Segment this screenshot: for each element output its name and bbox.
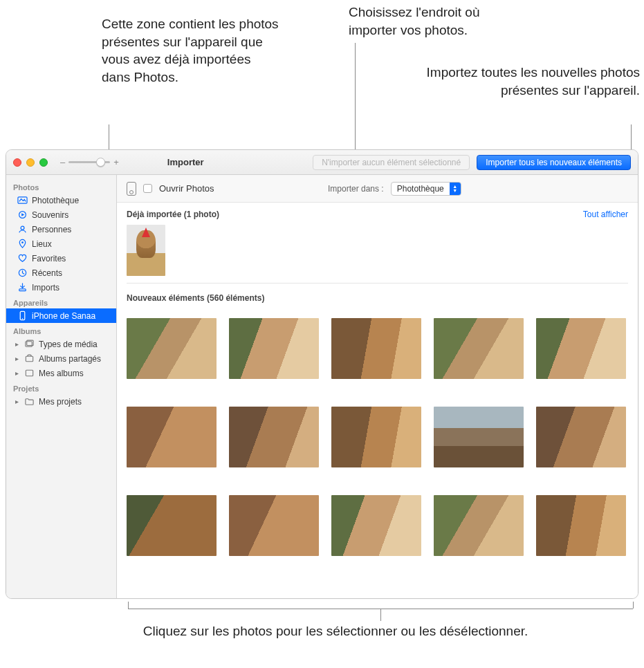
callout-import-all-new: Importez toutes les nouvelles photos pré… (398, 64, 640, 99)
disclosure-icon[interactable]: ▸ (13, 355, 20, 362)
sidebar-item-library[interactable]: Photothèque (6, 193, 116, 207)
shared-album-icon (24, 353, 35, 364)
select-value: Photothèque (392, 184, 450, 194)
photo-thumbnail[interactable] (127, 318, 217, 379)
import-to-label: Importer dans : (328, 184, 384, 194)
sidebar-item-device-iphone[interactable]: iPhone de Sanaa (6, 308, 116, 323)
photo-thumbnail[interactable] (331, 407, 421, 467)
sidebar-item-label: Types de média (39, 340, 98, 349)
album-icon (24, 339, 35, 349)
photo-thumbnail[interactable] (536, 495, 626, 556)
people-icon (17, 224, 28, 234)
sidebar-item-label: Albums partagés (39, 354, 101, 364)
sidebar-item-my-projects[interactable]: ▸ Mes projets (6, 394, 116, 409)
window-titlebar: – + Importer N'importer aucun élément sé… (6, 150, 638, 175)
figure-root: Cette zone contient les photos présentes… (0, 0, 644, 668)
sidebar-item-label: Imports (32, 283, 59, 293)
sidebar-item-places[interactable]: Lieux (6, 236, 116, 251)
sidebar-item-my-albums[interactable]: ▸ Mes albums (6, 366, 116, 380)
disclosure-icon[interactable]: ▸ (13, 340, 20, 348)
minimize-icon[interactable] (26, 158, 35, 167)
photo-thumbnail[interactable] (536, 407, 626, 467)
slider-track[interactable] (68, 161, 110, 163)
window-controls (13, 158, 48, 167)
new-items-grid (117, 308, 638, 566)
already-imported-section: Déjà importée (1 photo) Tout afficher (117, 203, 638, 286)
zoom-out-icon[interactable]: – (60, 157, 65, 167)
sidebar-section-devices: Appareils (6, 295, 116, 308)
sidebar-item-favorites[interactable]: Favorites (6, 251, 116, 266)
photo-thumbnail[interactable] (127, 225, 165, 276)
sidebar-item-label: Mes albums (39, 369, 84, 378)
svg-rect-6 (19, 289, 26, 291)
sidebar-item-label: Lieux (32, 239, 52, 249)
fullscreen-icon[interactable] (39, 158, 48, 167)
bracket-line (633, 602, 634, 609)
svg-point-3 (21, 226, 24, 230)
zoom-in-icon[interactable]: + (113, 157, 119, 167)
sidebar-item-label: iPhone de Sanaa (32, 311, 95, 321)
import-destination-select[interactable]: Photothèque ▲▼ (391, 182, 461, 196)
svg-point-8 (22, 318, 24, 319)
slider-thumb[interactable] (96, 158, 105, 167)
svg-marker-2 (21, 213, 24, 216)
photo-thumbnail[interactable] (229, 407, 319, 467)
photo-thumbnail[interactable] (434, 495, 524, 556)
svg-rect-11 (26, 356, 33, 362)
sidebar-section-projects: Projets (6, 380, 116, 394)
callout-choose-destination: Choisissez l'endroit où importer vos pho… (349, 3, 528, 39)
disclosure-icon[interactable]: ▸ (13, 398, 20, 405)
chevron-updown-icon: ▲▼ (450, 183, 461, 195)
photo-thumbnail[interactable] (434, 407, 524, 467)
places-icon (17, 239, 28, 249)
sidebar-section-photos: Photos (6, 179, 116, 193)
sidebar-item-recents[interactable]: Récents (6, 266, 116, 280)
photo-thumbnail[interactable] (127, 407, 217, 467)
disclosure-icon[interactable]: ▸ (13, 369, 20, 377)
sidebar-item-label: Photothèque (32, 196, 79, 205)
sidebar-section-albums: Albums (6, 323, 116, 337)
open-photos-checkbox[interactable] (143, 184, 152, 193)
folder-icon (24, 396, 35, 407)
callout-already-imported: Cette zone contient les photos présentes… (102, 15, 282, 86)
toolbar-title: Importer (167, 157, 204, 167)
zoom-slider[interactable]: – + (60, 157, 119, 167)
close-icon[interactable] (13, 158, 21, 167)
bracket-line (128, 602, 129, 609)
sidebar-item-label: Récents (32, 268, 62, 278)
open-photos-label: Ouvrir Photos (159, 183, 214, 194)
photo-thumbnail[interactable] (536, 318, 626, 379)
photo-thumbnail[interactable] (229, 318, 319, 379)
heart-icon (17, 253, 28, 263)
bracket-line (380, 609, 381, 621)
sidebar-item-label: Favorites (32, 254, 66, 263)
phone-icon (17, 310, 28, 321)
app-window: – + Importer N'importer aucun élément sé… (6, 149, 638, 599)
sidebar-item-label: Personnes (32, 225, 71, 234)
import-all-new-button[interactable]: Importer tous les nouveaux éléments (477, 155, 631, 170)
already-imported-header: Déjà importée (1 photo) (127, 210, 219, 219)
photo-thumbnail[interactable] (331, 318, 421, 379)
sidebar-item-media-types[interactable]: ▸ Types de média (6, 337, 116, 351)
sidebar-item-shared-albums[interactable]: ▸ Albums partagés (6, 351, 116, 366)
sidebar-item-imports[interactable]: Imports (6, 280, 116, 295)
sidebar-item-label: Souvenirs (32, 210, 68, 220)
import-icon (17, 282, 28, 293)
sidebar-item-people[interactable]: Personnes (6, 222, 116, 236)
svg-rect-12 (26, 370, 33, 375)
content-area: Ouvrir Photos Importer dans : Photothèqu… (117, 175, 638, 598)
import-subbar: Ouvrir Photos Importer dans : Photothèqu… (117, 175, 638, 203)
photo-thumbnail[interactable] (434, 318, 524, 379)
device-icon (127, 182, 136, 196)
sidebar: Photos Photothèque Souvenirs (6, 175, 117, 598)
callout-click-select: Cliquez sur les photos pour les sélectio… (93, 622, 578, 640)
album-icon (24, 368, 35, 378)
photo-thumbnail[interactable] (127, 495, 217, 556)
sidebar-item-label: Mes projets (39, 397, 82, 407)
photo-thumbnail[interactable] (331, 495, 421, 556)
sidebar-item-memories[interactable]: Souvenirs (6, 207, 116, 222)
photo-thumbnail[interactable] (229, 495, 319, 556)
show-all-link[interactable]: Tout afficher (583, 210, 628, 219)
import-selected-button: N'importer aucun élément sélectionné (313, 155, 470, 170)
library-icon (17, 195, 28, 205)
